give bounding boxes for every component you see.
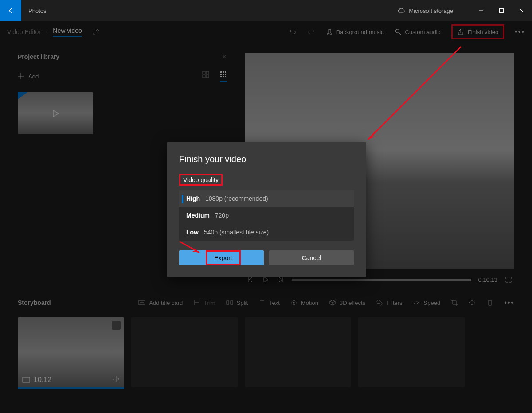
add-title-card-button[interactable]: Add title card: [138, 299, 183, 306]
svg-rect-28: [23, 377, 30, 382]
3d-effects-button[interactable]: 3D effects: [329, 299, 365, 306]
time-display: 0:10.13: [478, 277, 497, 283]
arrow-left-icon: [7, 7, 14, 14]
clip-duration: 10.12: [22, 376, 51, 384]
maximize-icon: [499, 8, 504, 13]
storyboard-title: Storyboard: [18, 299, 51, 306]
svg-rect-12: [223, 71, 224, 73]
minimize-icon: [479, 8, 483, 13]
breadcrumb-current[interactable]: New video: [53, 27, 82, 37]
svg-rect-9: [203, 75, 205, 78]
quality-options: High 1080p (recommended) Medium 720p Low…: [179, 190, 354, 241]
view-small-icon[interactable]: [220, 71, 227, 82]
video-quality-label: Video quality: [179, 174, 223, 186]
progress-bar[interactable]: [292, 279, 471, 281]
close-icon: [520, 8, 524, 13]
toolbar: Video Editor › New video Background musi…: [0, 21, 532, 43]
speaker-icon[interactable]: [112, 375, 120, 383]
duration-icon: [22, 377, 30, 383]
svg-rect-18: [223, 76, 224, 77]
svg-rect-1: [500, 9, 504, 13]
quality-option-low[interactable]: Low 540p (smallest file size): [179, 224, 354, 241]
svg-rect-10: [206, 75, 209, 78]
finish-video-dialog: Finish your video Video quality High 108…: [167, 142, 366, 277]
back-button[interactable]: [0, 0, 21, 21]
close-button[interactable]: [512, 4, 532, 18]
library-clip-thumbnail[interactable]: [18, 92, 93, 134]
add-media-button[interactable]: Add: [18, 73, 39, 80]
rotate-icon: [469, 299, 476, 306]
fullscreen-icon: [505, 276, 512, 284]
redo-icon: [307, 28, 315, 36]
text-icon: [258, 299, 266, 306]
filters-icon: [376, 299, 383, 306]
minimize-button[interactable]: [471, 4, 491, 18]
trim-button[interactable]: Trim: [193, 299, 215, 306]
svg-rect-8: [206, 71, 209, 74]
chevron-right-icon: ›: [46, 30, 47, 35]
library-close-button[interactable]: ✕: [222, 53, 227, 60]
crop-icon: [451, 299, 458, 306]
quality-option-medium[interactable]: Medium 720p: [179, 207, 354, 224]
export-icon: [457, 28, 464, 35]
storyboard-panel: Storyboard Add title card Trim Split Tex…: [0, 291, 532, 395]
cube-icon: [329, 299, 336, 306]
filters-button[interactable]: Filters: [376, 299, 402, 306]
clip-select-checkbox[interactable]: [112, 321, 121, 330]
storage-indicator[interactable]: Microsoft storage: [397, 8, 453, 14]
svg-rect-11: [220, 71, 222, 73]
svg-point-25: [293, 302, 294, 304]
export-button[interactable]: Export: [179, 250, 264, 265]
custom-audio-button[interactable]: Custom audio: [395, 28, 441, 35]
crop-button[interactable]: [451, 299, 458, 306]
undo-icon: [289, 28, 297, 36]
speed-icon: [413, 299, 420, 306]
trash-icon: [486, 299, 493, 306]
library-title: Project library: [18, 53, 59, 60]
app-title: Photos: [28, 8, 46, 14]
rotate-button[interactable]: [469, 299, 476, 306]
quality-option-high[interactable]: High 1080p (recommended): [179, 190, 354, 207]
storyboard-placeholder[interactable]: [131, 317, 238, 387]
title-card-icon: [138, 299, 145, 306]
svg-rect-13: [225, 71, 226, 73]
split-icon: [226, 299, 233, 306]
storyboard-placeholder[interactable]: [358, 317, 465, 387]
more-button[interactable]: •••: [515, 28, 525, 36]
play-icon: [50, 108, 61, 119]
svg-rect-14: [220, 74, 222, 75]
titlebar: Photos Microsoft storage: [0, 0, 532, 21]
motion-button[interactable]: Motion: [290, 299, 318, 306]
svg-rect-23: [231, 301, 233, 304]
music-icon: [326, 28, 333, 35]
text-button[interactable]: Text: [258, 299, 280, 306]
svg-rect-16: [225, 74, 226, 75]
split-button[interactable]: Split: [226, 299, 248, 306]
background-music-button[interactable]: Background music: [326, 28, 384, 35]
storyboard-placeholder[interactable]: [245, 317, 351, 387]
fullscreen-button[interactable]: [505, 276, 512, 284]
audio-icon: [395, 28, 402, 35]
redo-button[interactable]: [307, 28, 315, 36]
delete-button[interactable]: [486, 299, 493, 306]
finish-video-button[interactable]: Finish video: [451, 24, 504, 39]
edit-icon[interactable]: [93, 28, 100, 35]
maximize-button[interactable]: [491, 4, 512, 18]
trim-icon: [193, 299, 200, 306]
cancel-button[interactable]: Cancel: [269, 250, 354, 265]
storyboard-clip[interactable]: 10.12: [18, 317, 124, 387]
dialog-title: Finish your video: [179, 154, 354, 164]
undo-button[interactable]: [289, 28, 297, 36]
svg-rect-17: [220, 76, 222, 77]
motion-icon: [290, 299, 297, 306]
svg-point-4: [395, 29, 399, 33]
svg-rect-7: [203, 71, 205, 74]
cloud-icon: [397, 8, 405, 14]
breadcrumb-root[interactable]: Video Editor: [7, 28, 41, 35]
view-large-icon[interactable]: [202, 71, 209, 82]
storyboard-more-button[interactable]: •••: [504, 299, 514, 307]
svg-rect-15: [223, 74, 224, 75]
plus-icon: [18, 73, 24, 79]
svg-rect-22: [227, 301, 229, 304]
speed-button[interactable]: Speed: [413, 299, 441, 306]
